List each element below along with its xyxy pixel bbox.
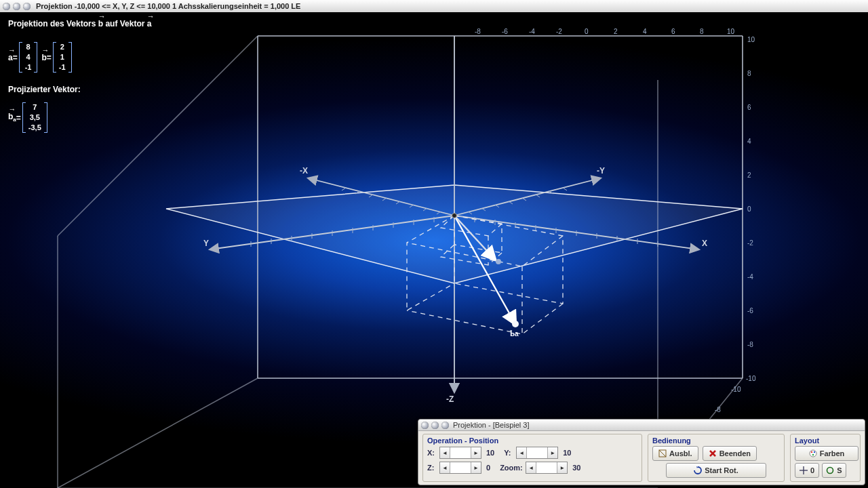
window-control-icon[interactable] bbox=[421, 422, 429, 429]
y-spinner[interactable]: ◄► bbox=[516, 447, 558, 459]
close-icon bbox=[709, 449, 717, 458]
svg-text:-8: -8 bbox=[475, 28, 481, 35]
zoom-value: 30 bbox=[572, 464, 580, 472]
svg-line-51 bbox=[342, 188, 346, 190]
svg-text:-6: -6 bbox=[747, 307, 753, 314]
svg-text:6: 6 bbox=[747, 104, 751, 111]
svg-text:-2: -2 bbox=[556, 28, 562, 35]
x-spinner[interactable]: ◄► bbox=[439, 447, 481, 459]
window-control-icon[interactable] bbox=[441, 422, 449, 429]
svg-text:-4: -4 bbox=[747, 273, 753, 281]
svg-text:0: 0 bbox=[585, 28, 589, 35]
right-arrow-icon[interactable]: ► bbox=[557, 462, 567, 473]
svg-line-6 bbox=[658, 36, 743, 80]
group-title: Operation - Position bbox=[427, 436, 637, 445]
axis-label-y: Y bbox=[203, 239, 209, 248]
svg-point-89 bbox=[812, 454, 813, 455]
vector-endpoint bbox=[512, 321, 519, 327]
svg-text:10: 10 bbox=[747, 36, 755, 43]
info-overlay: Projektion des Vektors b auf Vektor a a … bbox=[8, 18, 151, 134]
group-title: Bedienung bbox=[652, 436, 780, 445]
svg-text:0: 0 bbox=[747, 205, 751, 213]
vector-ba-label: b̂a bbox=[509, 330, 519, 338]
svg-point-86 bbox=[810, 450, 816, 457]
svg-text:-8: -8 bbox=[715, 406, 721, 413]
window-control-icon[interactable] bbox=[13, 3, 20, 10]
zoom-spinner[interactable]: ◄► bbox=[526, 462, 568, 474]
axis-label-neg-x: -X bbox=[300, 166, 308, 176]
panel-title: Projektion - [Beispiel 3] bbox=[453, 421, 530, 429]
svg-text:-8: -8 bbox=[747, 341, 753, 348]
svg-point-92 bbox=[827, 468, 833, 474]
palette-icon bbox=[809, 449, 817, 458]
projected-label: Projizierter Vektor: bbox=[8, 83, 151, 96]
right-arrow-icon[interactable]: ► bbox=[471, 462, 481, 473]
right-arrow-icon[interactable]: ► bbox=[547, 447, 557, 458]
svg-text:8: 8 bbox=[700, 28, 704, 35]
svg-text:-2: -2 bbox=[747, 239, 753, 247]
snapshot-icon bbox=[826, 466, 834, 474]
crosshair-icon bbox=[800, 466, 808, 474]
window-control-icon[interactable] bbox=[3, 3, 10, 10]
y-label: Y: bbox=[504, 449, 513, 457]
y-value: 10 bbox=[563, 449, 571, 457]
left-arrow-icon[interactable]: ◄ bbox=[526, 462, 536, 473]
svg-line-7 bbox=[58, 378, 258, 488]
hide-icon bbox=[658, 449, 667, 458]
axis-label-x: X bbox=[702, 239, 707, 248]
group-operation: Operation - Position X: ◄► 10 Y: ◄► 10 Z… bbox=[422, 434, 642, 482]
vector-defs: a = 84-1 b = 21-1 bbox=[8, 41, 151, 74]
reset-origin-button[interactable]: 0 bbox=[795, 463, 819, 478]
vector-ba: 73,5-3,5 bbox=[22, 102, 47, 133]
svg-text:-10: -10 bbox=[731, 386, 741, 393]
z-value: 0 bbox=[486, 464, 490, 472]
svg-text:2: 2 bbox=[747, 171, 751, 179]
viewport-3d[interactable]: Projektion des Vektors b auf Vektor a a … bbox=[0, 12, 868, 488]
window-control-icon[interactable] bbox=[23, 3, 31, 10]
svg-text:8: 8 bbox=[747, 70, 751, 77]
projected-vector: ba = 73,5-3,5 bbox=[8, 101, 151, 134]
svg-text:-10: -10 bbox=[746, 375, 756, 382]
x-value: 10 bbox=[486, 449, 494, 457]
group-title: Layout bbox=[795, 436, 856, 445]
ausblenden-button[interactable]: Ausbl. bbox=[652, 446, 698, 461]
svg-line-83 bbox=[659, 450, 666, 457]
left-arrow-icon[interactable]: ◄ bbox=[440, 462, 450, 473]
beenden-button[interactable]: Beenden bbox=[703, 446, 757, 461]
origin-point bbox=[452, 214, 457, 218]
svg-text:10: 10 bbox=[727, 28, 735, 35]
svg-line-43 bbox=[563, 188, 567, 190]
svg-text:4: 4 bbox=[747, 138, 751, 145]
group-layout: Layout Farben 0 S bbox=[790, 434, 861, 482]
axis-label-neg-y: -Y bbox=[597, 166, 605, 176]
left-arrow-icon[interactable]: ◄ bbox=[517, 447, 527, 458]
right-edge-ticks: 10 8 6 4 2 0 -2 -4 -6 -8 -10 bbox=[746, 36, 756, 382]
snapshot-button[interactable]: S bbox=[822, 463, 846, 478]
x-label: X: bbox=[427, 449, 437, 457]
right-arrow-icon[interactable]: ► bbox=[471, 447, 481, 458]
vector-b-endpoint bbox=[496, 259, 501, 264]
svg-text:-4: -4 bbox=[529, 28, 535, 35]
window-title: Projektion -10,000 <= X, Y, Z <= 10,000 … bbox=[36, 2, 300, 10]
svg-point-87 bbox=[810, 451, 812, 453]
vector-b: 21-1 bbox=[53, 42, 72, 73]
z-spinner[interactable]: ◄► bbox=[439, 462, 481, 474]
heading: Projektion des Vektors b auf Vektor a bbox=[8, 18, 151, 30]
group-bedienung: Bedienung Ausbl. Beenden Start Rot. bbox=[648, 434, 785, 482]
vector-a: 84-1 bbox=[19, 42, 38, 73]
window-control-icon[interactable] bbox=[431, 422, 439, 429]
svg-text:6: 6 bbox=[671, 28, 675, 35]
svg-text:2: 2 bbox=[614, 28, 618, 35]
start-rotation-button[interactable]: Start Rot. bbox=[666, 463, 766, 478]
axis-label-neg-z: -Z bbox=[446, 394, 454, 404]
svg-point-88 bbox=[813, 451, 814, 453]
svg-text:-6: -6 bbox=[502, 28, 508, 35]
left-arrow-icon[interactable]: ◄ bbox=[440, 447, 450, 458]
z-label: Z: bbox=[427, 464, 437, 472]
svg-text:4: 4 bbox=[643, 28, 647, 35]
top-edge-ticks: -8 -6 -4 -2 0 2 4 6 8 10 bbox=[475, 28, 735, 35]
control-panel: Projektion - [Beispiel 3] Operation - Po… bbox=[418, 419, 865, 485]
farben-button[interactable]: Farben bbox=[795, 446, 859, 461]
rotate-icon bbox=[694, 466, 702, 474]
panel-titlebar: Projektion - [Beispiel 3] bbox=[418, 420, 865, 431]
